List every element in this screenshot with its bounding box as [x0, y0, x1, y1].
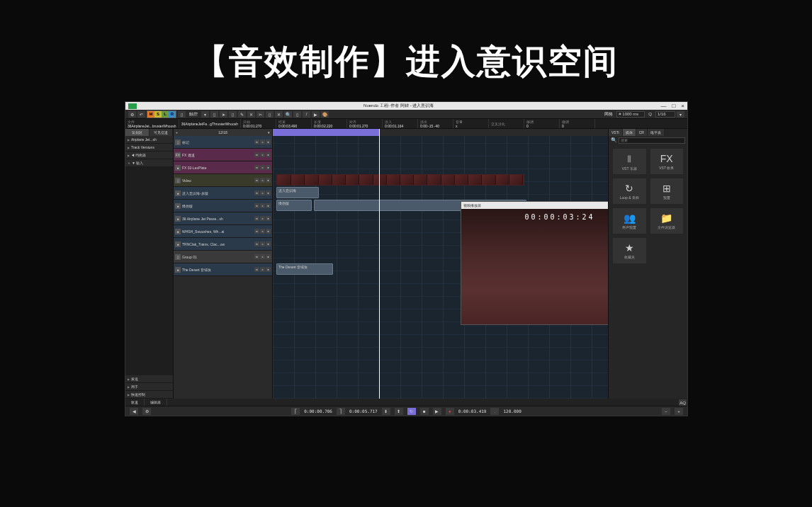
tool-play[interactable]: ▶: [312, 111, 320, 118]
solo-button[interactable]: S: [154, 111, 162, 118]
media-tile[interactable]: 👥用户预置: [613, 208, 646, 234]
track-solo-button[interactable]: s: [260, 229, 265, 234]
tool-line[interactable]: /: [303, 111, 310, 118]
window-minimize-button[interactable]: —: [660, 103, 666, 109]
ruler-selection[interactable]: [273, 129, 379, 136]
media-tile[interactable]: ⊞预置: [650, 178, 684, 204]
track-solo-button[interactable]: s: [260, 254, 265, 259]
punch-in-button[interactable]: ⬇: [382, 408, 390, 415]
track-mute-button[interactable]: m: [254, 165, 259, 170]
listen-button[interactable]: L: [162, 111, 169, 118]
track-rec-button[interactable]: ●: [266, 139, 271, 144]
rack-tab-cr[interactable]: CR: [636, 129, 648, 136]
track-mute-button[interactable]: m: [254, 216, 259, 221]
track-solo-button[interactable]: s: [260, 190, 265, 195]
tool-arrow[interactable]: ➤: [220, 111, 227, 118]
track-solo-button[interactable]: s: [260, 165, 265, 170]
track-row[interactable]: ▯Group 01ms●: [174, 251, 272, 263]
track-rec-button[interactable]: ●: [266, 229, 271, 234]
track-row[interactable]: ●慢仿版ms●: [174, 200, 272, 212]
track-solo-button[interactable]: s: [260, 216, 265, 221]
track-row[interactable]: ▯Videoms●: [174, 174, 272, 187]
tool-glue[interactable]: ▯: [266, 111, 274, 118]
mute-button[interactable]: M: [147, 111, 154, 118]
track-solo-button[interactable]: s: [260, 267, 265, 272]
aq-button[interactable]: AQ: [679, 399, 687, 406]
tool-zoom[interactable]: 🔍: [284, 111, 292, 118]
punch-out-button[interactable]: ⬆: [395, 408, 403, 415]
track-solo-button[interactable]: s: [260, 203, 265, 208]
locator-left-button[interactable]: ⎡: [291, 408, 300, 415]
track-row[interactable]: ▯标记ms●: [174, 136, 272, 149]
color-button[interactable]: 🎨: [321, 111, 329, 118]
rack-tab-vsti[interactable]: VSTi: [609, 129, 623, 136]
toolbar-config-button[interactable]: ⚙: [128, 111, 136, 118]
track-rec-button[interactable]: ●: [266, 203, 271, 208]
undo-button[interactable]: ↶: [137, 111, 145, 118]
track-mute-button[interactable]: m: [254, 152, 259, 157]
track-solo-button[interactable]: s: [260, 139, 265, 144]
video-player-window[interactable]: 视频播放器 00:00:03:24 腾讯视频 WE: [461, 201, 608, 325]
tempo-display[interactable]: 120.000: [503, 409, 521, 414]
track-rec-button[interactable]: ●: [266, 165, 271, 170]
timeline-editor[interactable]: 进入意识海慢仿版The Desert 音域块 视频播放器 00:00:03:24…: [273, 129, 608, 399]
read-button[interactable]: R: [169, 111, 176, 118]
media-tile[interactable]: 📁文件浏览器: [650, 208, 684, 234]
tool-mute[interactable]: ✕: [275, 111, 283, 118]
window-close-button[interactable]: ×: [681, 103, 684, 109]
track-mute-button[interactable]: m: [254, 229, 259, 234]
tool-pointer[interactable]: ▯: [210, 111, 218, 118]
inspector-tab-1[interactable]: 策划区: [125, 129, 150, 136]
tool-erase[interactable]: ✕: [247, 111, 255, 118]
track-row[interactable]: ●进入意识海-原版ms●: [174, 187, 272, 200]
transport-prev-button[interactable]: ◀: [130, 408, 138, 415]
playhead-cursor[interactable]: [379, 129, 380, 399]
timeline-clip[interactable]: 慢仿版: [276, 200, 312, 211]
track-rec-button[interactable]: ●: [266, 190, 271, 195]
inspector-item[interactable]: Airplane Jet...sh: [125, 136, 173, 144]
left-locator-time[interactable]: 0:00:00.706: [304, 409, 332, 414]
zoom-in-button[interactable]: +: [675, 408, 683, 415]
media-tile[interactable]: FXVST 效果: [650, 149, 684, 174]
track-rec-button[interactable]: ●: [266, 241, 271, 246]
track-rec-button[interactable]: ●: [266, 216, 271, 221]
rack-tab-meter[interactable]: 电平表: [648, 129, 665, 136]
media-tile[interactable]: ★收藏夹: [613, 238, 646, 263]
rack-tab-media[interactable]: 媒体: [623, 129, 636, 136]
track-row[interactable]: ●The Desert 音域块ms●: [174, 263, 272, 276]
lower-tab-editor[interactable]: 编辑器: [145, 399, 167, 406]
lower-tab-track[interactable]: 轨道: [125, 399, 145, 406]
track-mute-button[interactable]: m: [254, 178, 259, 183]
track-solo-button[interactable]: s: [260, 241, 265, 246]
cycle-button[interactable]: ↻: [407, 408, 416, 415]
timeline-clip[interactable]: The Desert 音域块: [276, 263, 333, 275]
track-solo-button[interactable]: s: [260, 178, 265, 183]
touch-dropdown[interactable]: ▾: [201, 111, 209, 118]
record-button[interactable]: ●: [446, 408, 454, 415]
right-locator-time[interactable]: 0:00:05.717: [349, 409, 378, 414]
track-rec-button[interactable]: ●: [266, 267, 271, 272]
track-row[interactable]: ●36 Airplane Jet Passe...shms●: [174, 212, 272, 225]
time-format-button[interactable]: .: [490, 408, 499, 415]
inspector-bottom-item[interactable]: 快速控制: [125, 391, 173, 399]
locator-right-button[interactable]: ⎤: [337, 408, 345, 415]
tool-split[interactable]: ✂: [256, 111, 264, 118]
add-track-button[interactable]: +: [176, 130, 178, 135]
track-mute-button[interactable]: m: [254, 241, 259, 246]
toolbar-more-button[interactable]: ▾: [677, 111, 684, 118]
inspector-tab-2[interactable]: 可见信道: [150, 129, 174, 136]
grid-value-input[interactable]: [616, 111, 645, 118]
zoom-out-button[interactable]: −: [662, 408, 670, 415]
track-rec-button[interactable]: ●: [266, 178, 271, 183]
tool-warp[interactable]: ▯: [293, 111, 301, 118]
track-mute-button[interactable]: m: [254, 267, 259, 272]
track-rec-button[interactable]: ●: [266, 254, 271, 259]
inspector-bottom-item[interactable]: 周子: [125, 383, 173, 391]
tool-draw[interactable]: ✎: [238, 111, 246, 118]
track-row[interactable]: ●WHSH_Swooshes, Wh...aims●: [174, 225, 272, 238]
inspector-item[interactable]: Track Versions: [125, 144, 173, 152]
quantize-value-input[interactable]: [655, 111, 675, 118]
primary-time-display[interactable]: 0:00:03.419: [458, 409, 487, 414]
track-row[interactable]: ●TRNClak_Trains, Clac...owms●: [174, 238, 272, 251]
track-row[interactable]: FXFX 通道ms●: [174, 149, 272, 161]
